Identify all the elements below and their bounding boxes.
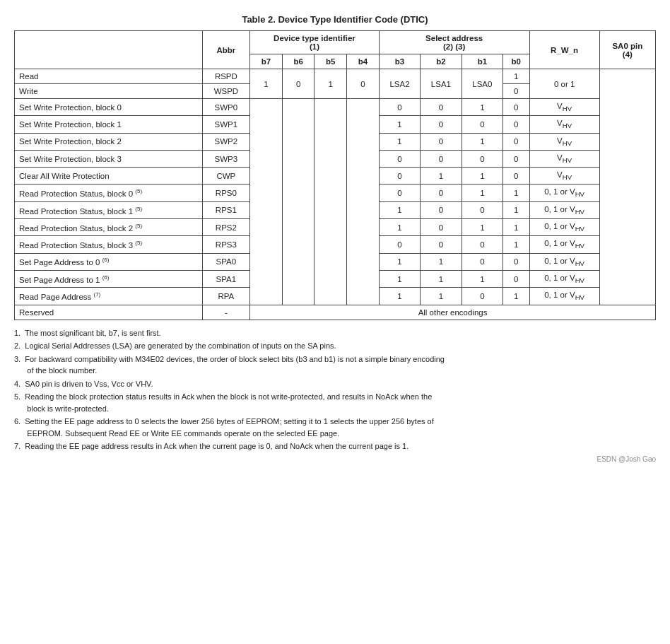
b0-val: 0 (503, 270, 530, 287)
row-name: Set Page Address to 0 (6) (15, 253, 203, 270)
notes-section: 1. The most significant bit, b7, is sent… (14, 327, 656, 452)
b3-val: 1 (379, 201, 420, 218)
row-name: Read Protection Status, block 0 (5) (15, 185, 203, 201)
table-row: Read RSPD 1 0 1 0 LSA2 LSA1 LSA0 1 0 or … (15, 69, 656, 84)
page-container: Table 2. Device Type Identifier Code (DT… (14, 14, 656, 463)
b1-val: LSA0 (462, 69, 502, 99)
sa0-header: SA0 pin (4) (599, 31, 655, 69)
b3-header: b3 (379, 54, 420, 69)
b5-val: 1 (315, 69, 347, 99)
b2-val: LSA1 (421, 69, 462, 99)
b3-val: 1 (379, 219, 420, 236)
b3-val: LSA2 (379, 69, 420, 99)
row-name: Read Page Address (7) (15, 288, 203, 305)
row-abbr: RPS2 (202, 219, 249, 236)
sa0-val: VHV (529, 150, 599, 167)
watermark: ESDN @Josh Gao (14, 455, 656, 463)
table-row: Reserved - All other encodings (15, 305, 656, 320)
row-name: Write (15, 84, 203, 99)
b2-val: 0 (421, 219, 462, 236)
sa0-val: 0 or 1 (529, 69, 599, 99)
b0-val: 1 (503, 236, 530, 253)
b6-val: 0 (282, 69, 315, 99)
b2-val: 1 (421, 288, 462, 305)
note-6: 6. Setting the EE page address to 0 sele… (14, 416, 656, 439)
b2-val: 1 (421, 168, 462, 185)
dtic-table: Abbr Device type identifier (1) Select a… (14, 30, 656, 320)
col-desc-header (15, 31, 203, 69)
b0-val: 1 (503, 219, 530, 236)
b0-val: 1 (503, 288, 530, 305)
b2-val: 0 (421, 133, 462, 150)
row-abbr: CWP (202, 168, 249, 185)
b1-val: 1 (462, 99, 502, 116)
b1-val: 1 (462, 133, 502, 150)
b6-blank (282, 99, 315, 305)
note-5: 5. Reading the block protection status r… (14, 391, 656, 414)
b0-val: 1 (503, 69, 530, 84)
b3-val: 0 (379, 236, 420, 253)
sa0-val: 0, 1 or VHV (529, 219, 599, 236)
row-abbr: RPS0 (202, 185, 249, 201)
b4-header: b4 (347, 54, 380, 69)
row-name: Read Protection Status, block 3 (5) (15, 236, 203, 253)
note-7: 7. Reading the EE page address results i… (14, 440, 656, 452)
note-4: 4. SA0 pin is driven to Vss, Vcc or VHV. (14, 378, 656, 390)
table-row: Set Write Protection, block 0 SWP0 0 0 1… (15, 99, 656, 116)
b6-header: b6 (282, 54, 315, 69)
b0-val: 1 (503, 185, 530, 201)
table-title: Table 2. Device Type Identifier Code (DT… (14, 14, 656, 25)
note-3: 3. For backward compatibility with M34E0… (14, 353, 656, 377)
note-2: 2. Logical Serial Addresses (LSA) are ge… (14, 340, 656, 352)
b3-val: 1 (379, 116, 420, 133)
b0-val: 0 (503, 84, 530, 99)
row-name: Set Write Protection, block 3 (15, 150, 203, 167)
b2-val: 0 (421, 116, 462, 133)
row-name: Set Write Protection, block 0 (15, 99, 203, 116)
row-name: Set Page Address to 1 (6) (15, 270, 203, 287)
b0-val: 1 (503, 201, 530, 218)
b1-val: 1 (462, 219, 502, 236)
b3-val: 0 (379, 168, 420, 185)
b2-val: 0 (421, 201, 462, 218)
sa0-val: 0, 1 or VHV (529, 253, 599, 270)
b0-header: b0 (503, 54, 530, 69)
row-abbr: WSPD (202, 84, 249, 99)
b1-val: 0 (462, 253, 502, 270)
b4-blank (347, 99, 380, 305)
b0-val: 0 (503, 168, 530, 185)
row-abbr: RPS1 (202, 201, 249, 218)
b5-blank (315, 99, 347, 305)
sa0-val: VHV (529, 116, 599, 133)
row-abbr: SWP2 (202, 133, 249, 150)
b3-val: 1 (379, 133, 420, 150)
b1-val: 0 (462, 116, 502, 133)
b0-val: 0 (503, 99, 530, 116)
b4-val: 0 (347, 69, 380, 99)
b2-val: 1 (421, 270, 462, 287)
row-abbr: SWP1 (202, 116, 249, 133)
b0-val: 0 (503, 116, 530, 133)
row-abbr: SPA0 (202, 253, 249, 270)
row-name: Read Protection Status, block 1 (5) (15, 201, 203, 218)
row-name: Read (15, 69, 203, 84)
row-name: Read Protection Status, block 2 (5) (15, 219, 203, 236)
b3-val: 1 (379, 288, 420, 305)
b1-val: 1 (462, 270, 502, 287)
sa0-val: 0, 1 or VHV (529, 201, 599, 218)
b2-val: 0 (421, 150, 462, 167)
b7-header: b7 (250, 54, 283, 69)
b1-header: b1 (462, 54, 502, 69)
b7-val: 1 (250, 69, 283, 99)
b1-val: 0 (462, 150, 502, 167)
sa0-val: 0, 1 or VHV (529, 236, 599, 253)
row-name: Set Write Protection, block 1 (15, 116, 203, 133)
note-1: 1. The most significant bit, b7, is sent… (14, 327, 656, 339)
row-abbr: RSPD (202, 69, 249, 84)
b2-header: b2 (421, 54, 462, 69)
abbr-header: Abbr (202, 31, 249, 69)
row-abbr: RPS3 (202, 236, 249, 253)
row-name: Clear All Write Protection (15, 168, 203, 185)
b3-val: 0 (379, 150, 420, 167)
b3-val: 1 (379, 270, 420, 287)
